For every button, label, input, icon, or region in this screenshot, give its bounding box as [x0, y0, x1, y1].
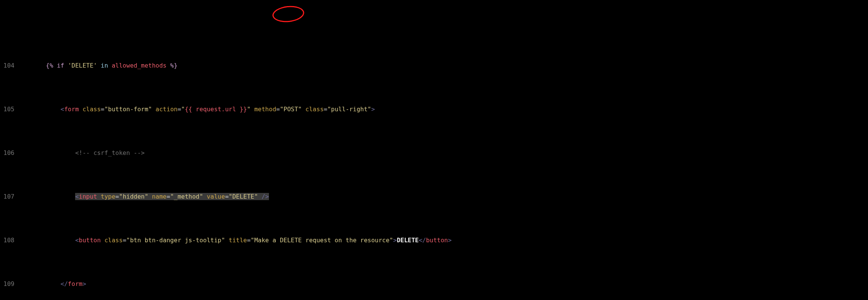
code-content: <button class="btn btn-danger js-tooltip…	[17, 236, 451, 245]
code-editor[interactable]: 104 {% if 'DELETE' in allowed_methods %}…	[0, 0, 868, 300]
line-number: 107	[0, 192, 17, 201]
annotation-circle	[272, 5, 305, 24]
code-line[interactable]: 106 <!-- csrf_token -->	[0, 148, 868, 157]
line-number: 104	[0, 61, 17, 70]
line-number: 106	[0, 148, 17, 157]
code-line[interactable]: 109 </form>	[0, 279, 868, 288]
code-content: <!-- csrf_token -->	[17, 148, 145, 157]
line-number: 105	[0, 105, 17, 114]
line-number: 109	[0, 279, 17, 288]
code-line[interactable]: 104 {% if 'DELETE' in allowed_methods %}	[0, 61, 868, 70]
code-content: <input type="hidden" name="_method" valu…	[17, 192, 269, 201]
code-content: <form class="button-form" action="{{ req…	[17, 105, 375, 114]
code-line[interactable]: 108 <button class="btn btn-danger js-too…	[0, 236, 868, 245]
code-content: </form>	[17, 279, 86, 288]
line-number: 108	[0, 236, 17, 245]
code-content: {% if 'DELETE' in allowed_methods %}	[17, 61, 178, 70]
code-line[interactable]: 107 <input type="hidden" name="_method" …	[0, 192, 868, 201]
code-line[interactable]: 105 <form class="button-form" action="{{…	[0, 105, 868, 114]
